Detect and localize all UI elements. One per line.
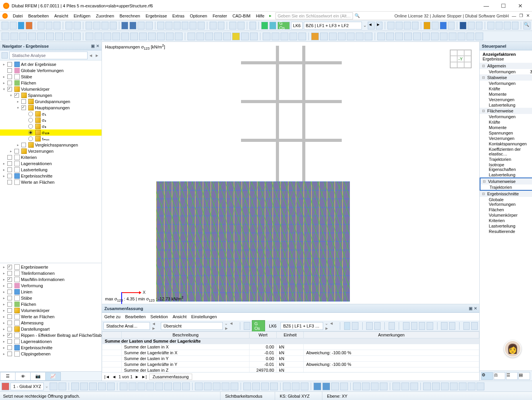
t2-al[interactable] <box>347 33 355 40</box>
tb-lk[interactable]: LK6 <box>291 22 303 29</box>
bt-w[interactable] <box>261 383 269 390</box>
tree-node[interactable]: ▸Art der Ergebnisse <box>0 61 102 67</box>
display-node[interactable]: ▸Clippingebenen <box>0 351 102 357</box>
bt-ab[interactable] <box>313 383 321 390</box>
bt-k[interactable] <box>146 383 154 390</box>
t2-aj[interactable] <box>329 33 337 40</box>
display-node[interactable]: ▸Volumenkörper <box>0 307 102 314</box>
tb-search-icon[interactable]: 🔍 <box>523 22 530 29</box>
bt-aa[interactable] <box>301 383 308 390</box>
bt-ak[interactable] <box>401 383 409 390</box>
t2-ap[interactable] <box>386 33 394 40</box>
tb-c[interactable] <box>102 22 108 29</box>
summary-menu[interactable]: Ansicht <box>172 314 186 319</box>
st-d[interactable] <box>366 322 372 330</box>
mdi-minimize-icon[interactable]: — <box>512 14 516 18</box>
mdi-close-icon[interactable]: ✕ <box>526 13 530 18</box>
t2-t[interactable] <box>175 33 182 40</box>
bt-j[interactable] <box>138 383 145 390</box>
maximize-button[interactable]: ☐ <box>495 0 512 11</box>
tb-p[interactable] <box>387 22 394 29</box>
tb-u[interactable] <box>440 22 447 29</box>
tb-q[interactable] <box>396 22 403 29</box>
app-menu-icon[interactable] <box>2 13 8 19</box>
bt-f[interactable] <box>98 383 106 390</box>
tb-next[interactable]: ► <box>376 22 383 29</box>
assistant-avatar[interactable]: 👩 <box>504 340 521 357</box>
t2-ay[interactable] <box>467 33 474 40</box>
display-node[interactable]: ▸Stäbe <box>0 295 102 301</box>
menu-bearbeiten[interactable]: Bearbeiten <box>26 13 52 19</box>
t2-c[interactable] <box>19 33 27 40</box>
t2-b[interactable] <box>10 33 18 40</box>
cp-row[interactable]: Koeffizienten der elastisc…0.00 <box>480 147 532 157</box>
search-input[interactable]: Geben Sie ein Schlüsselwort ein (Alt… <box>275 12 353 19</box>
tb-undo[interactable] <box>65 22 72 29</box>
tree-node[interactable]: σ₁₂₃ <box>0 129 102 136</box>
t2-aw[interactable] <box>449 33 456 40</box>
analysis-type-select[interactable]: Statische Analyse <box>9 52 88 59</box>
t2-f[interactable] <box>46 33 54 40</box>
menu-ansicht[interactable]: Ansicht <box>52 13 71 19</box>
st-n[interactable] <box>471 322 477 330</box>
bt-ap[interactable] <box>450 383 458 390</box>
st-h[interactable] <box>411 322 417 330</box>
menu-datei[interactable]: Datei <box>10 13 26 19</box>
cp-row[interactable]: Verformungen352.78 <box>480 69 532 74</box>
cp-row[interactable]: Volumenkörper1.00 <box>480 212 532 218</box>
st-l[interactable] <box>449 322 455 330</box>
tb-saveall[interactable] <box>46 22 53 29</box>
bt-ar[interactable] <box>468 383 475 390</box>
nav-tab-cam[interactable]: 📷 <box>30 372 46 381</box>
menu-extras[interactable]: Extras <box>170 13 187 19</box>
t2-aa[interactable] <box>241 33 249 40</box>
summary-gos[interactable]: G Os <box>252 320 265 332</box>
t2-az[interactable] <box>475 33 483 40</box>
summary-menu[interactable]: Bearbeiten <box>125 314 146 319</box>
bt-a[interactable] <box>50 383 57 390</box>
summary-menu[interactable]: Einstellungen <box>191 314 217 319</box>
tree-node[interactable]: σ₁ <box>0 111 102 117</box>
t2-x[interactable] <box>214 33 222 40</box>
cp-row[interactable]: Verzerrungen0.00 <box>480 136 532 141</box>
cp-row[interactable]: Isotrope Eigenschaften0.00 <box>480 162 532 172</box>
tb-h[interactable] <box>182 22 189 29</box>
tree-node[interactable]: τₘₐₓ <box>0 136 102 142</box>
menu-ergebnisse[interactable]: Ergebnisse <box>143 13 170 19</box>
summary-row[interactable]: Summe der Lasten in X0.00kN <box>102 344 479 350</box>
pager-next[interactable]: ► <box>135 374 139 379</box>
t2-u[interactable] <box>188 33 195 40</box>
filter-icon[interactable] <box>2 52 8 59</box>
display-node[interactable]: ▸Werte an Flächen <box>0 314 102 320</box>
tb-redo[interactable] <box>74 22 81 29</box>
cp-section-header[interactable]: ⊟Ergebnisschnitte <box>480 191 532 197</box>
st-e[interactable] <box>374 322 380 330</box>
pager-first[interactable]: |◄ <box>104 374 110 379</box>
search-icon[interactable]: 🔍 <box>355 13 360 18</box>
bt-ucs-select[interactable]: 1 - Global XYZ <box>10 383 44 390</box>
display-node[interactable]: ▸Abmessung <box>0 320 102 326</box>
tb-refresh[interactable] <box>18 22 25 29</box>
bt-as[interactable] <box>477 383 484 390</box>
t2-an[interactable] <box>365 33 372 40</box>
t2-e[interactable] <box>37 33 45 40</box>
tb-z2[interactable] <box>496 22 503 29</box>
next-filter-icon[interactable]: ► <box>94 53 100 58</box>
bt-x[interactable] <box>270 383 278 390</box>
t2-ah[interactable] <box>311 33 319 40</box>
bt-ah[interactable] <box>371 383 379 390</box>
summary-row[interactable]: Summe der Lasten in Y0.00kN <box>102 356 479 362</box>
tb-w[interactable] <box>460 22 467 29</box>
bt-o[interactable] <box>182 383 190 390</box>
tb-print[interactable] <box>53 22 60 29</box>
tb-o[interactable] <box>250 22 257 29</box>
bt-z[interactable] <box>292 383 300 390</box>
tb-calc2-icon[interactable] <box>269 22 276 29</box>
bt-stop-icon[interactable] <box>2 383 9 390</box>
t2-z[interactable] <box>232 33 240 40</box>
bt-aj[interactable] <box>393 383 400 390</box>
menu-optionen[interactable]: Optionen <box>187 13 210 19</box>
cp-row[interactable]: Lastverteilung1.00 <box>480 223 532 229</box>
t2-j[interactable] <box>86 33 93 40</box>
cp-row[interactable]: Kriterien1.00 <box>480 218 532 223</box>
